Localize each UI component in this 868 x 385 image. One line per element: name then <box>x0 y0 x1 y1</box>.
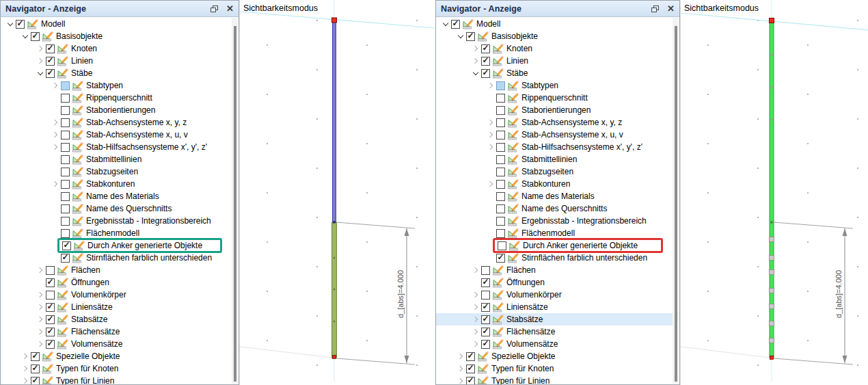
chevron-right-icon[interactable] <box>485 142 496 152</box>
checkbox-stab-achsensysteme-x-y-z[interactable] <box>61 118 70 127</box>
checkbox-basisobjekte[interactable] <box>466 32 475 41</box>
tree-item-stabzugseiten[interactable]: Stabzugseiten <box>1 165 232 178</box>
tree-item-fl-chenmodell[interactable]: Flächenmodell <box>436 227 673 239</box>
checkbox-typen-f-r-knoten[interactable] <box>466 364 475 373</box>
tree-item-liniens-tze[interactable]: Liniensätze <box>436 301 673 313</box>
chevron-down-icon[interactable] <box>5 18 16 29</box>
tree-item-stabmittellinien[interactable]: Stabmittellinien <box>1 153 232 165</box>
chevron-right-icon[interactable] <box>50 117 61 128</box>
tree-item-name-des-querschnitts[interactable]: Name des Querschnitts <box>1 202 232 215</box>
tree-item-volumenk-rper[interactable]: Volumenkörper <box>1 289 232 301</box>
tree-item-modell[interactable]: Modell <box>436 18 673 30</box>
chevron-right-icon[interactable] <box>470 289 481 300</box>
checkbox-modell[interactable] <box>451 20 460 29</box>
checkbox-name-des-querschnitts[interactable] <box>496 204 505 213</box>
tree-item-stab-achsensysteme-x-u-v[interactable]: Stab-Achsensysteme x, u, v <box>1 129 232 141</box>
checkbox-fl-chens-tze[interactable] <box>46 328 55 336</box>
tree-item-linien[interactable]: Linien <box>436 55 673 67</box>
tree-item-durch-anker-generierte-objekte[interactable]: Durch Anker generierte Objekte <box>436 239 673 252</box>
checkbox-stabtypen[interactable] <box>61 81 70 90</box>
checkbox-stirnfl-chen-farblich-unterschieden[interactable] <box>61 254 70 263</box>
tree-item-fl-chen[interactable]: Flächen <box>436 264 673 276</box>
tree-item-volumens-tze[interactable]: Volumensätze <box>1 338 232 350</box>
tree-item-stabtypen[interactable]: Stabtypen <box>1 79 232 92</box>
checkbox-fl-chenmodell[interactable] <box>496 229 505 238</box>
anchor-node-gray[interactable] <box>770 321 774 326</box>
chevron-right-icon[interactable] <box>485 117 496 128</box>
checkbox-stabs-tze[interactable] <box>481 315 490 324</box>
checkbox-name-des-materials[interactable] <box>496 192 505 201</box>
chevron-right-icon[interactable] <box>35 289 46 300</box>
tree-item-liniens-tze[interactable]: Liniensätze <box>1 301 232 313</box>
checkbox-name-des-materials[interactable] <box>61 192 70 201</box>
anchor-node-gray[interactable] <box>770 289 774 293</box>
tree-item-basisobjekte[interactable]: Basisobjekte <box>436 30 673 42</box>
tree-item-stabkonturen[interactable]: Stabkonturen <box>1 178 232 190</box>
chevron-right-icon[interactable] <box>470 338 481 349</box>
checkbox-staborientierungen[interactable] <box>496 106 505 115</box>
chevron-right-icon[interactable] <box>470 326 481 337</box>
chevron-down-icon[interactable] <box>440 18 451 29</box>
anchor-node-gray[interactable] <box>770 237 774 242</box>
chevron-right-icon[interactable] <box>50 178 61 189</box>
checkbox-fl-chen[interactable] <box>46 266 55 275</box>
chevron-right-icon[interactable] <box>20 363 31 374</box>
tree-item-fl-chens-tze[interactable]: Flächensätze <box>1 326 232 338</box>
checkbox-durch-anker-generierte-objekte[interactable] <box>498 241 506 250</box>
chevron-right-icon[interactable] <box>455 375 466 384</box>
scrollbar[interactable] <box>673 18 679 384</box>
checkbox-name-des-querschnitts[interactable] <box>61 204 70 213</box>
checkbox-typen-f-r-linien[interactable] <box>466 377 475 385</box>
tree-item-typen-f-r-knoten[interactable]: Typen für Knoten <box>436 362 673 375</box>
checkbox-fl-chens-tze[interactable] <box>481 328 490 336</box>
checkbox-volumens-tze[interactable] <box>481 340 490 349</box>
tree-item-ergebnisstab-integrationsbereich[interactable]: Ergebnisstab - Integrationsbereich <box>436 215 673 227</box>
tree-item-stab-achsensysteme-x-y-z[interactable]: Stab-Achsensysteme x, y, z <box>436 116 673 129</box>
tree-item-stabs-tze[interactable]: Stabsätze <box>436 313 673 326</box>
member-junction-node[interactable] <box>333 222 336 224</box>
tree-item-volumenk-rper[interactable]: Volumenkörper <box>436 289 673 301</box>
scrollbar[interactable] <box>232 18 238 384</box>
chevron-right-icon[interactable] <box>35 338 46 349</box>
chevron-right-icon[interactable] <box>35 314 46 325</box>
chevron-right-icon[interactable] <box>470 55 481 66</box>
checkbox-stab-achsensysteme-x-y-z[interactable] <box>496 118 505 127</box>
scrollbar-thumb[interactable] <box>234 26 236 382</box>
tree-item-spezielle-objekte[interactable]: Spezielle Objekte <box>1 350 232 362</box>
close-icon[interactable]: ✕ <box>667 4 675 13</box>
checkbox-stabzugseiten[interactable] <box>61 168 70 176</box>
chevron-right-icon[interactable] <box>485 80 496 91</box>
member-upper-blue[interactable] <box>333 21 336 222</box>
tree-item-name-des-materials[interactable]: Name des Materials <box>436 190 673 202</box>
close-icon[interactable]: ✕ <box>226 4 234 13</box>
checkbox-stab-hilfsachsensysteme-x-y-z[interactable] <box>61 143 70 152</box>
tree-item-stabkonturen[interactable]: Stabkonturen <box>436 178 673 190</box>
tree-item-ergebnisstab-integrationsbereich[interactable]: Ergebnisstab - Integrationsbereich <box>1 215 232 227</box>
chevron-right-icon[interactable] <box>50 129 61 140</box>
checkbox-stabs-tze[interactable] <box>46 315 55 324</box>
tree-item-stirnfl-chen-farblich-unterschieden[interactable]: Stirnflächen farblich unterschieden <box>436 252 673 264</box>
chevron-right-icon[interactable] <box>35 43 46 54</box>
tree-item-stabtypen[interactable]: Stabtypen <box>436 79 673 92</box>
checkbox-stabmittellinien[interactable] <box>496 155 505 164</box>
tree-item-name-des-materials[interactable]: Name des Materials <box>1 190 232 202</box>
tree-item-st-be[interactable]: Stäbe <box>436 67 673 79</box>
float-window-icon[interactable] <box>651 5 659 12</box>
checkbox-ffnungen[interactable] <box>481 278 490 287</box>
chevron-right-icon[interactable] <box>35 302 46 313</box>
chevron-right-icon[interactable] <box>35 55 46 66</box>
node-top-red[interactable] <box>770 18 774 23</box>
chevron-right-icon[interactable] <box>455 363 466 374</box>
tree-item-stab-hilfsachsensysteme-x-y-z[interactable]: Stab-Hilfsachsensysteme x', y', z' <box>436 141 673 153</box>
tree-item-staborientierungen[interactable]: Staborientierungen <box>1 104 232 116</box>
chevron-right-icon[interactable] <box>20 351 31 362</box>
chevron-right-icon[interactable] <box>50 142 61 152</box>
tree-item-stabmittellinien[interactable]: Stabmittellinien <box>436 153 673 165</box>
checkbox-spezielle-objekte[interactable] <box>466 352 475 361</box>
checkbox-stab-achsensysteme-x-u-v[interactable] <box>496 131 505 140</box>
checkbox-stabtypen[interactable] <box>496 81 505 90</box>
checkbox-modell[interactable] <box>16 20 25 29</box>
checkbox-ergebnisstab-integrationsbereich[interactable] <box>496 217 505 226</box>
tree-item-name-des-querschnitts[interactable]: Name des Querschnitts <box>436 202 673 215</box>
chevron-right-icon[interactable] <box>470 265 481 276</box>
